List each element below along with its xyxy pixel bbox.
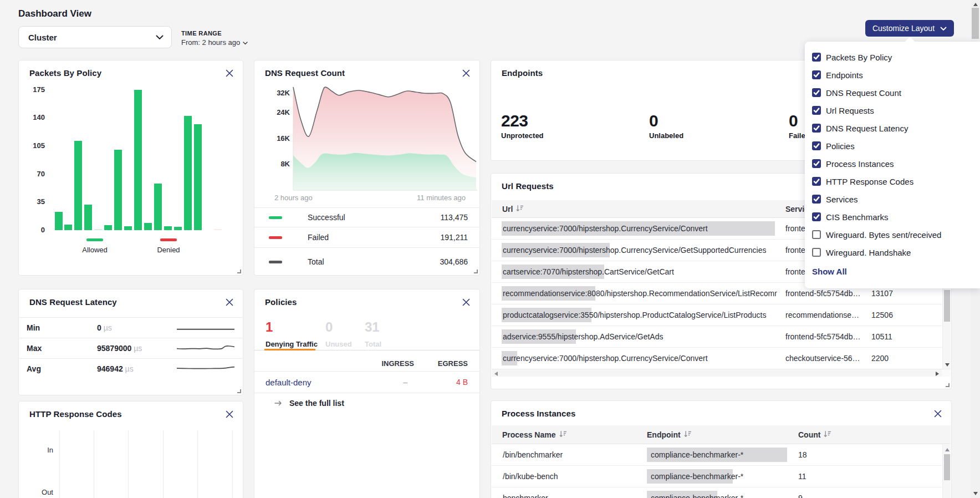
count-cell: 18: [798, 450, 807, 459]
process-table-row[interactable]: benchmarkercompliance-benchmarker-*9: [492, 487, 942, 498]
cluster-select[interactable]: Cluster: [18, 26, 172, 48]
column-header-process-name[interactable]: Process Name: [502, 430, 566, 439]
process-table-row[interactable]: /bin/kube-benchcompliance-benchmarker-*1…: [492, 466, 942, 487]
checkbox-checked-icon[interactable]: [812, 124, 821, 133]
latency-value: 946942 µs: [97, 364, 134, 373]
column-header-endpoint[interactable]: Endpoint: [647, 430, 691, 439]
url-table-row[interactable]: currencyservice:7000/hipstershop.Currenc…: [492, 348, 942, 369]
menu-item-endpoints[interactable]: Endpoints: [812, 68, 974, 82]
y-axis-tick: 175: [21, 85, 45, 94]
checkbox-checked-icon[interactable]: [812, 159, 821, 168]
resize-handle[interactable]: [237, 270, 241, 273]
active-tab-underline: [264, 349, 315, 350]
endpoint-metric: 223Unprotected: [501, 111, 544, 140]
y-axis-tick: 70: [21, 170, 45, 178]
menu-item-label: DNS Request Latency: [826, 124, 908, 133]
latency-row: Avg 946942 µs: [19, 358, 243, 379]
customize-layout-button[interactable]: Customize Layout: [865, 20, 954, 37]
menu-item-policies[interactable]: Policies: [812, 139, 974, 153]
process-table-row[interactable]: /bin/benchmarkercompliance-benchmarker-*…: [492, 444, 942, 466]
resize-handle[interactable]: [474, 270, 478, 273]
url-table-row[interactable]: adservice:9555/hipstershop.AdService/Get…: [492, 326, 942, 348]
scrollbar-thumb[interactable]: [944, 290, 950, 322]
legend-row: Total 304,686: [254, 247, 479, 276]
latency-value: 0 µs: [97, 323, 112, 332]
resize-handle[interactable]: [237, 389, 241, 393]
scroll-down-arrow-icon[interactable]: [973, 492, 978, 495]
legend-label: Successful: [308, 213, 345, 222]
table-vertical-scrollbar[interactable]: [942, 445, 951, 498]
policy-name-link[interactable]: default-deny: [266, 378, 312, 387]
menu-item-packets-by-policy[interactable]: Packets By Policy: [812, 50, 974, 64]
menu-item-wireguard-bytes-sent-received[interactable]: Wireguard. Bytes sent/received: [812, 228, 974, 241]
close-icon[interactable]: [225, 298, 234, 307]
bar: [74, 141, 82, 230]
tab-denying-traffic[interactable]: 1 Denying Traffic: [266, 319, 318, 348]
checkbox-checked-icon[interactable]: [812, 212, 821, 221]
menu-item-http-response-codes[interactable]: HTTP Response Codes: [812, 175, 974, 188]
checkbox-checked-icon[interactable]: [812, 177, 821, 186]
time-range-value[interactable]: From: 2 hours ago: [181, 38, 248, 47]
widget-policies: Policies 1 Denying Traffic 0 Unused 31 T…: [254, 289, 480, 498]
scrollbar-thumb[interactable]: [972, 8, 979, 39]
url-table-row[interactable]: productcatalogservice:3550/hipstershop.P…: [492, 304, 942, 326]
menu-item-label: Policies: [826, 141, 855, 151]
checkbox-unchecked-icon[interactable]: [812, 248, 821, 257]
scroll-up-arrow-icon[interactable]: [973, 3, 978, 6]
chevron-down-icon: [940, 24, 947, 33]
close-icon[interactable]: [225, 410, 234, 419]
menu-item-label: Endpoints: [826, 70, 863, 80]
menu-item-cis-benchmarks[interactable]: CIS Benchmarks: [812, 210, 974, 223]
legend-value: 191,211: [440, 233, 468, 242]
checkbox-checked-icon[interactable]: [812, 70, 821, 79]
close-icon[interactable]: [462, 298, 471, 307]
menu-item-dns-request-count[interactable]: DNS Request Count: [812, 86, 974, 99]
show-all-link[interactable]: Show All: [812, 267, 847, 276]
tab-unused[interactable]: 0 Unused: [325, 319, 352, 348]
widget-http-response-codes: HTTP Response Codes InOut: [18, 401, 243, 498]
resize-handle[interactable]: [946, 383, 950, 387]
checkbox-unchecked-icon[interactable]: [812, 230, 821, 239]
column-header-url[interactable]: Url: [502, 205, 523, 214]
dns-request-count-legend: Successful 113,475 Failed 191,211 Total …: [254, 60, 479, 275]
menu-item-url-requests[interactable]: Url Requests: [812, 104, 974, 117]
metric-value: 0: [649, 111, 683, 130]
y-axis-category: In: [29, 446, 53, 454]
scrollbar-thumb[interactable]: [944, 454, 950, 480]
scroll-left-arrow-icon[interactable]: [494, 372, 498, 376]
cluster-select-value: Cluster: [28, 33, 156, 42]
table-horizontal-scrollbar[interactable]: [492, 369, 942, 377]
process-name-cell: /bin/kube-bench: [503, 472, 558, 481]
scroll-down-arrow-icon[interactable]: [945, 363, 950, 367]
time-range-label: TIME RANGE: [181, 30, 248, 37]
gridline: [197, 430, 198, 498]
checkbox-checked-icon[interactable]: [812, 141, 821, 150]
scroll-up-arrow-icon[interactable]: [945, 448, 950, 451]
bar: [154, 184, 162, 230]
menu-item-dns-request-latency[interactable]: DNS Request Latency: [812, 121, 974, 135]
tab-total[interactable]: 31 Total: [365, 319, 381, 348]
checkbox-checked-icon[interactable]: [812, 195, 821, 204]
scroll-right-arrow-icon[interactable]: [936, 372, 939, 376]
sort-icon: [516, 205, 523, 214]
checkbox-checked-icon[interactable]: [812, 53, 821, 62]
latency-value: 95879000 µs: [97, 344, 142, 353]
latency-sparkline: [176, 338, 235, 358]
menu-item-process-instances[interactable]: Process Instances: [812, 157, 974, 170]
legend-item[interactable]: Denied: [146, 238, 191, 254]
checkbox-checked-icon[interactable]: [812, 106, 821, 115]
legend-row: Failed 191,211: [254, 227, 479, 247]
column-header-count[interactable]: Count: [798, 430, 831, 439]
menu-item-wireguard-handshake[interactable]: Wireguard. Handshake: [812, 246, 974, 259]
see-full-list-link[interactable]: See the full list: [274, 398, 344, 408]
bar: [124, 226, 132, 230]
latency-sparkline: [176, 317, 235, 338]
menu-item-services[interactable]: Services: [812, 192, 974, 206]
checkbox-checked-icon[interactable]: [812, 88, 821, 97]
legend-label: Total: [308, 257, 324, 266]
legend-item[interactable]: Allowed: [73, 238, 117, 254]
menu-item-label: Services: [826, 195, 858, 204]
process-name-cell: benchmarker: [503, 494, 548, 498]
count-cell: 11: [798, 472, 807, 481]
close-icon[interactable]: [933, 409, 942, 418]
